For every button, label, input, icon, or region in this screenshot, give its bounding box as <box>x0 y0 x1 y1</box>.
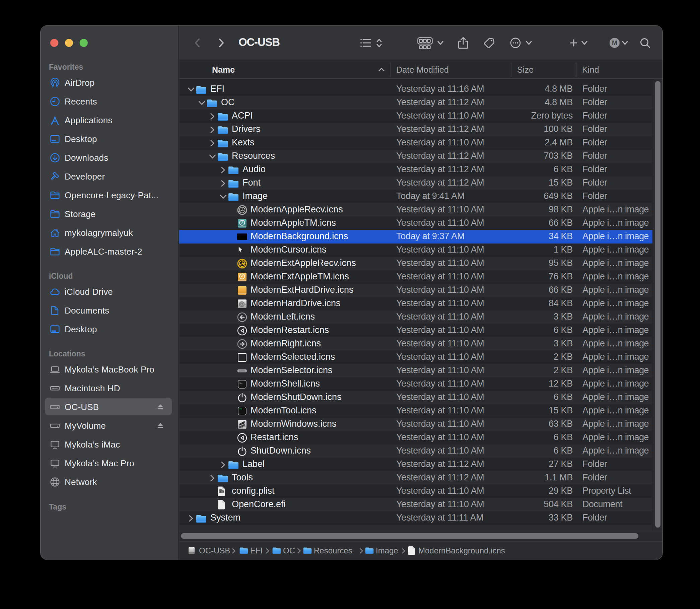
svg-text:>-: >- <box>240 382 243 385</box>
svg-text:Continue: Continue <box>239 370 245 372</box>
